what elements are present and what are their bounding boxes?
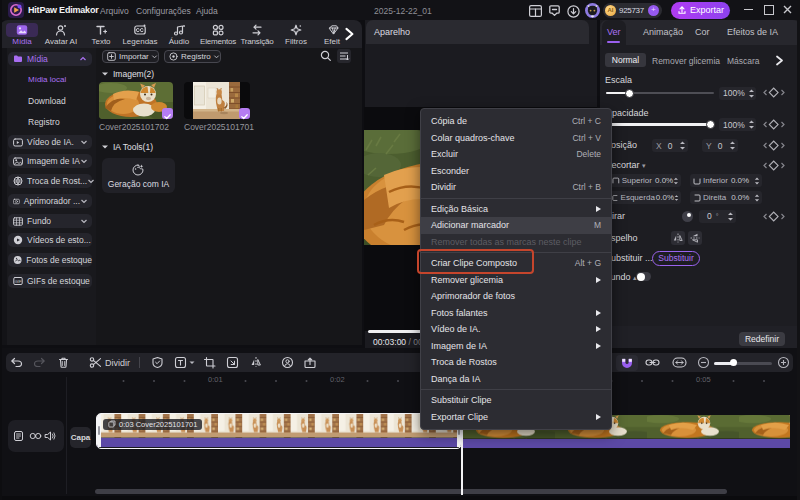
svg-text:GIF: GIF [15, 279, 22, 284]
